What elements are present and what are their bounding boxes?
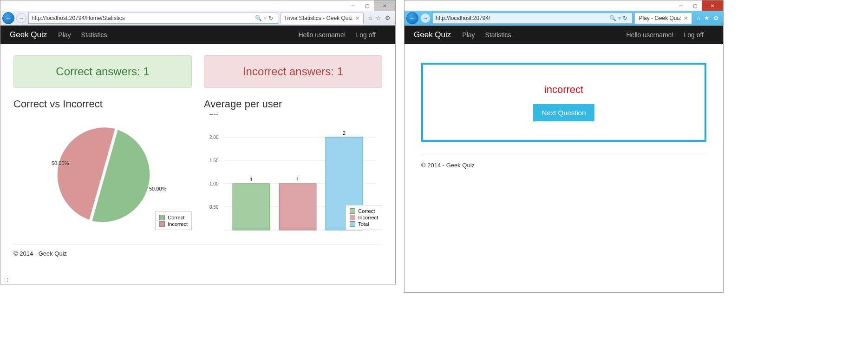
y-tick-top: 2.50 — [209, 114, 219, 116]
statistics-content: Correct answers: 1 Incorrect answers: 1 … — [0, 44, 395, 268]
legend-item: Correct — [358, 208, 375, 214]
stray-text: ; ; — [4, 277, 8, 282]
y-tick: 0.50 — [209, 205, 219, 210]
refresh-icon[interactable]: ↻ — [268, 15, 273, 21]
bar-value-incorrect: 1 — [296, 177, 299, 182]
pie-legend: Correct Incorrect — [155, 211, 192, 230]
nav-link-play[interactable]: Play — [58, 31, 71, 39]
tab-strip-right: Play - Geek Quiz ✕ — [634, 13, 692, 24]
settings-icon[interactable]: ✿ — [713, 14, 718, 21]
bar-value-correct: 1 — [250, 177, 253, 182]
bar-correct — [233, 184, 270, 230]
search-icon[interactable]: 🔍 — [609, 15, 616, 21]
app-navbar-right: Geek Quiz Play Statistics Hello username… — [405, 26, 723, 44]
window-minimize-button[interactable]: ─ — [346, 0, 360, 11]
legend-item: Correct — [168, 215, 184, 220]
bar-value-total: 2 — [343, 130, 346, 136]
play-content: incorrect Next Question © 2014 - Geek Qu… — [405, 44, 723, 187]
titlebar-left: ─ ▢ ✕ — [0, 0, 395, 11]
pie-left-label: 50.00% — [52, 160, 69, 166]
correct-answers-text: Correct answers: 1 — [56, 65, 149, 78]
nav-back-button[interactable]: ← — [406, 12, 418, 24]
settings-icon[interactable]: ⚙ — [385, 14, 391, 21]
pie-chart-title: Correct vs Incorrect — [13, 98, 192, 110]
legend-item: Total — [358, 221, 369, 227]
bar-chart-column: Average per user 2.50 2.00 1.5 — [204, 98, 382, 235]
y-tick: 2.00 — [209, 135, 219, 140]
bar-incorrect — [279, 184, 316, 230]
tab-title: Trivia Statistics - Geek Quiz — [284, 15, 353, 21]
y-tick: 1.00 — [209, 181, 219, 186]
app-navbar-left: Geek Quiz Play Statistics Hello username… — [0, 26, 395, 44]
bar-chart-title: Average per user — [204, 98, 382, 110]
favorites-icon[interactable]: ★ — [704, 14, 710, 21]
home-icon[interactable]: ⌂ — [368, 14, 372, 21]
arrow-left-icon: ← — [5, 14, 12, 22]
nav-forward-button[interactable]: → — [16, 13, 26, 23]
tab-close-icon[interactable]: ✕ — [355, 15, 359, 21]
brand[interactable]: Geek Quiz — [414, 30, 451, 40]
y-tick: 1.50 — [209, 158, 219, 163]
url-input[interactable]: http://localhost:20794/ 🔍 ▾ ↻ — [432, 13, 633, 24]
nav-link-statistics[interactable]: Statistics — [485, 31, 511, 39]
greeting-link[interactable]: Hello username! — [627, 31, 674, 39]
bar-chart: 2.50 2.00 1.50 1.00 0.50 1 1 2 — [204, 114, 382, 235]
incorrect-answers-text: Incorrect answers: 1 — [243, 65, 343, 78]
url-text: http://localhost:20794/ — [436, 15, 490, 21]
browser-window-right: ─ ▢ ✕ ← → http://localhost:20794/ 🔍 ▾ ↻ … — [404, 0, 724, 293]
arrow-left-icon: ← — [409, 14, 416, 22]
nav-link-play[interactable]: Play — [462, 31, 475, 39]
home-icon[interactable]: ⌂ — [697, 14, 700, 21]
window-close-button[interactable]: ✕ — [374, 0, 395, 11]
address-bar-row-right: ← → http://localhost:20794/ 🔍 ▾ ↻ Play -… — [405, 11, 723, 26]
arrow-right-icon: → — [423, 15, 428, 21]
url-input[interactable]: http://localhost:20794/Home/Statistics 🔍… — [28, 13, 278, 24]
next-question-button[interactable]: Next Question — [533, 104, 594, 121]
bar-legend: Correct Incorrect Total — [346, 205, 382, 230]
window-minimize-button[interactable]: ─ — [674, 0, 688, 11]
favorites-icon[interactable]: ☆ — [376, 14, 381, 21]
address-bar-row-left: ← → http://localhost:20794/Home/Statisti… — [0, 11, 395, 26]
footer-divider — [13, 244, 382, 244]
browser-tab-play[interactable]: Play - Geek Quiz ✕ — [634, 13, 692, 24]
pie-right-label: 50.00% — [149, 186, 167, 192]
refresh-icon[interactable]: ↻ — [623, 15, 627, 21]
greeting-link[interactable]: Hello username! — [299, 31, 346, 39]
logoff-link[interactable]: Log off — [356, 31, 376, 39]
browser-tab-statistics[interactable]: Trivia Statistics - Geek Quiz ✕ — [280, 13, 364, 24]
window-maximize-button[interactable]: ▢ — [688, 0, 702, 11]
logoff-link[interactable]: Log off — [684, 31, 704, 39]
window-maximize-button[interactable]: ▢ — [360, 0, 374, 11]
result-text: incorrect — [544, 84, 583, 96]
arrow-right-icon: → — [19, 15, 24, 21]
footer-divider — [421, 155, 706, 155]
tab-close-icon[interactable]: ✕ — [684, 15, 688, 21]
window-close-button[interactable]: ✕ — [702, 0, 723, 11]
legend-item: Incorrect — [168, 221, 188, 227]
incorrect-answers-card: Incorrect answers: 1 — [204, 55, 382, 88]
brand[interactable]: Geek Quiz — [10, 30, 47, 40]
footer-text-left: © 2014 - Geek Quiz — [13, 250, 382, 257]
nav-back-button[interactable]: ← — [2, 12, 14, 24]
titlebar-right: ─ ▢ ✕ — [405, 0, 723, 11]
pie-chart: 50.00% 50.00% Correct Incorrect — [13, 114, 192, 235]
footer-text-right: © 2014 - Geek Quiz — [421, 162, 706, 169]
search-icon[interactable]: 🔍 — [255, 15, 262, 21]
result-panel: incorrect Next Question — [421, 63, 706, 142]
nav-forward-button[interactable]: → — [420, 13, 431, 23]
legend-item: Incorrect — [358, 215, 378, 220]
url-text: http://localhost:20794/Home/Statistics — [32, 15, 125, 21]
tab-strip-left: Trivia Statistics - Geek Quiz ✕ — [280, 13, 364, 24]
nav-link-statistics[interactable]: Statistics — [81, 31, 107, 39]
tab-title: Play - Geek Quiz — [639, 15, 681, 21]
correct-answers-card: Correct answers: 1 — [13, 55, 192, 88]
browser-window-left: ─ ▢ ✕ ← → http://localhost:20794/Home/St… — [0, 0, 396, 284]
pie-chart-column: Correct vs Incorrect 50.00% 50.00% Corre… — [13, 98, 192, 235]
